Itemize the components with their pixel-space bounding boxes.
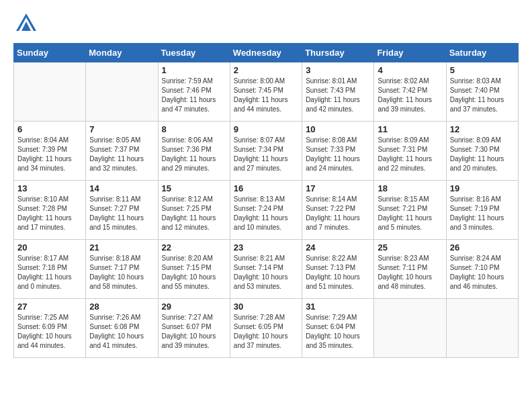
calendar-cell: 30Sunrise: 7:28 AM Sunset: 6:05 PM Dayli… <box>230 299 302 358</box>
calendar-cell: 16Sunrise: 8:13 AM Sunset: 7:24 PM Dayli… <box>230 181 302 240</box>
calendar-cell: 25Sunrise: 8:23 AM Sunset: 7:11 PM Dayli… <box>374 240 446 299</box>
day-number: 22 <box>162 242 226 253</box>
day-info: Sunrise: 7:28 AM Sunset: 6:05 PM Dayligh… <box>234 313 298 351</box>
day-number: 21 <box>89 242 154 253</box>
day-info: Sunrise: 8:22 AM Sunset: 7:13 PM Dayligh… <box>306 254 370 291</box>
page: SundayMondayTuesdayWednesdayThursdayFrid… <box>0 0 532 411</box>
calendar-cell: 5Sunrise: 8:03 AM Sunset: 7:40 PM Daylig… <box>446 62 518 122</box>
day-number: 14 <box>89 183 154 193</box>
calendar-cell: 28Sunrise: 7:26 AM Sunset: 6:08 PM Dayli… <box>86 299 158 358</box>
day-info: Sunrise: 7:59 AM Sunset: 7:46 PM Dayligh… <box>162 77 226 114</box>
day-number: 23 <box>234 242 298 253</box>
day-info: Sunrise: 8:03 AM Sunset: 7:40 PM Dayligh… <box>450 77 515 114</box>
day-number: 1 <box>162 65 226 75</box>
day-number: 26 <box>450 242 515 253</box>
calendar-cell: 7Sunrise: 8:05 AM Sunset: 7:37 PM Daylig… <box>86 122 158 181</box>
day-info: Sunrise: 8:17 AM Sunset: 7:18 PM Dayligh… <box>17 254 82 291</box>
calendar-cell: 27Sunrise: 7:25 AM Sunset: 6:09 PM Dayli… <box>14 299 86 358</box>
calendar-cell: 8Sunrise: 8:06 AM Sunset: 7:36 PM Daylig… <box>158 122 230 181</box>
weekday-header-tuesday: Tuesday <box>158 44 230 62</box>
day-info: Sunrise: 8:18 AM Sunset: 7:17 PM Dayligh… <box>89 254 154 291</box>
day-number: 6 <box>17 124 82 134</box>
day-number: 7 <box>89 124 154 134</box>
day-info: Sunrise: 8:21 AM Sunset: 7:14 PM Dayligh… <box>234 254 298 291</box>
day-number: 15 <box>162 183 226 193</box>
header <box>13 11 519 36</box>
day-number: 17 <box>306 183 370 193</box>
day-info: Sunrise: 8:16 AM Sunset: 7:19 PM Dayligh… <box>450 195 515 232</box>
calendar-cell: 11Sunrise: 8:09 AM Sunset: 7:31 PM Dayli… <box>374 122 446 181</box>
calendar-cell <box>446 299 518 358</box>
day-number: 9 <box>234 124 298 134</box>
weekday-header-saturday: Saturday <box>446 44 518 62</box>
weekday-header-monday: Monday <box>86 44 158 62</box>
day-info: Sunrise: 8:23 AM Sunset: 7:11 PM Dayligh… <box>378 254 442 291</box>
calendar-week-row: 1Sunrise: 7:59 AM Sunset: 7:46 PM Daylig… <box>14 62 519 122</box>
calendar-week-row: 20Sunrise: 8:17 AM Sunset: 7:18 PM Dayli… <box>14 240 519 299</box>
calendar-cell: 18Sunrise: 8:15 AM Sunset: 7:21 PM Dayli… <box>374 181 446 240</box>
calendar-cell: 13Sunrise: 8:10 AM Sunset: 7:28 PM Dayli… <box>14 181 86 240</box>
day-info: Sunrise: 8:08 AM Sunset: 7:33 PM Dayligh… <box>306 136 370 173</box>
calendar-cell: 20Sunrise: 8:17 AM Sunset: 7:18 PM Dayli… <box>14 240 86 299</box>
day-info: Sunrise: 8:10 AM Sunset: 7:28 PM Dayligh… <box>17 195 82 232</box>
calendar-cell: 12Sunrise: 8:09 AM Sunset: 7:30 PM Dayli… <box>446 122 518 181</box>
day-info: Sunrise: 8:24 AM Sunset: 7:10 PM Dayligh… <box>450 254 515 291</box>
day-info: Sunrise: 8:14 AM Sunset: 7:22 PM Dayligh… <box>306 195 370 232</box>
calendar-cell: 17Sunrise: 8:14 AM Sunset: 7:22 PM Dayli… <box>302 181 374 240</box>
weekday-header-sunday: Sunday <box>14 44 86 62</box>
day-number: 2 <box>234 65 298 75</box>
day-info: Sunrise: 8:07 AM Sunset: 7:34 PM Dayligh… <box>234 136 298 173</box>
calendar-cell: 23Sunrise: 8:21 AM Sunset: 7:14 PM Dayli… <box>230 240 302 299</box>
calendar-cell: 6Sunrise: 8:04 AM Sunset: 7:39 PM Daylig… <box>14 122 86 181</box>
calendar-cell: 26Sunrise: 8:24 AM Sunset: 7:10 PM Dayli… <box>446 240 518 299</box>
calendar-cell: 19Sunrise: 8:16 AM Sunset: 7:19 PM Dayli… <box>446 181 518 240</box>
calendar-cell: 21Sunrise: 8:18 AM Sunset: 7:17 PM Dayli… <box>86 240 158 299</box>
calendar-cell: 3Sunrise: 8:01 AM Sunset: 7:43 PM Daylig… <box>302 62 374 122</box>
day-number: 10 <box>306 124 370 134</box>
calendar-cell: 24Sunrise: 8:22 AM Sunset: 7:13 PM Dayli… <box>302 240 374 299</box>
calendar-week-row: 27Sunrise: 7:25 AM Sunset: 6:09 PM Dayli… <box>14 299 519 358</box>
day-info: Sunrise: 8:20 AM Sunset: 7:15 PM Dayligh… <box>162 254 226 291</box>
calendar-cell: 10Sunrise: 8:08 AM Sunset: 7:33 PM Dayli… <box>302 122 374 181</box>
day-number: 11 <box>378 124 442 134</box>
day-number: 25 <box>378 242 442 253</box>
day-number: 16 <box>234 183 298 193</box>
weekday-header-wednesday: Wednesday <box>230 44 302 62</box>
day-number: 29 <box>162 302 226 312</box>
calendar-cell: 14Sunrise: 8:11 AM Sunset: 7:27 PM Dayli… <box>86 181 158 240</box>
logo-icon <box>13 11 39 36</box>
day-info: Sunrise: 8:09 AM Sunset: 7:30 PM Dayligh… <box>450 136 515 173</box>
calendar-cell: 29Sunrise: 7:27 AM Sunset: 6:07 PM Dayli… <box>158 299 230 358</box>
day-info: Sunrise: 8:00 AM Sunset: 7:45 PM Dayligh… <box>234 77 298 114</box>
day-info: Sunrise: 8:15 AM Sunset: 7:21 PM Dayligh… <box>378 195 442 232</box>
calendar: SundayMondayTuesdayWednesdayThursdayFrid… <box>13 43 519 358</box>
day-number: 3 <box>306 65 370 75</box>
calendar-cell: 31Sunrise: 7:29 AM Sunset: 6:04 PM Dayli… <box>302 299 374 358</box>
calendar-cell <box>374 299 446 358</box>
day-info: Sunrise: 8:12 AM Sunset: 7:25 PM Dayligh… <box>162 195 226 232</box>
calendar-cell: 15Sunrise: 8:12 AM Sunset: 7:25 PM Dayli… <box>158 181 230 240</box>
day-number: 12 <box>450 124 515 134</box>
day-info: Sunrise: 8:02 AM Sunset: 7:42 PM Dayligh… <box>378 77 442 114</box>
calendar-cell: 9Sunrise: 8:07 AM Sunset: 7:34 PM Daylig… <box>230 122 302 181</box>
day-info: Sunrise: 8:09 AM Sunset: 7:31 PM Dayligh… <box>378 136 442 173</box>
calendar-cell: 4Sunrise: 8:02 AM Sunset: 7:42 PM Daylig… <box>374 62 446 122</box>
day-number: 19 <box>450 183 515 193</box>
day-number: 13 <box>17 183 82 193</box>
day-number: 31 <box>306 302 370 312</box>
calendar-cell: 22Sunrise: 8:20 AM Sunset: 7:15 PM Dayli… <box>158 240 230 299</box>
calendar-week-row: 13Sunrise: 8:10 AM Sunset: 7:28 PM Dayli… <box>14 181 519 240</box>
day-number: 27 <box>17 302 82 312</box>
day-number: 5 <box>450 65 515 75</box>
day-info: Sunrise: 8:05 AM Sunset: 7:37 PM Dayligh… <box>89 136 154 173</box>
calendar-week-row: 6Sunrise: 8:04 AM Sunset: 7:39 PM Daylig… <box>14 122 519 181</box>
day-number: 4 <box>378 65 442 75</box>
calendar-cell: 1Sunrise: 7:59 AM Sunset: 7:46 PM Daylig… <box>158 62 230 122</box>
day-number: 20 <box>17 242 82 253</box>
day-number: 8 <box>162 124 226 134</box>
weekday-header-thursday: Thursday <box>302 44 374 62</box>
calendar-cell <box>86 62 158 122</box>
day-info: Sunrise: 8:04 AM Sunset: 7:39 PM Dayligh… <box>17 136 82 173</box>
day-info: Sunrise: 7:26 AM Sunset: 6:08 PM Dayligh… <box>89 313 154 351</box>
day-info: Sunrise: 8:13 AM Sunset: 7:24 PM Dayligh… <box>234 195 298 232</box>
